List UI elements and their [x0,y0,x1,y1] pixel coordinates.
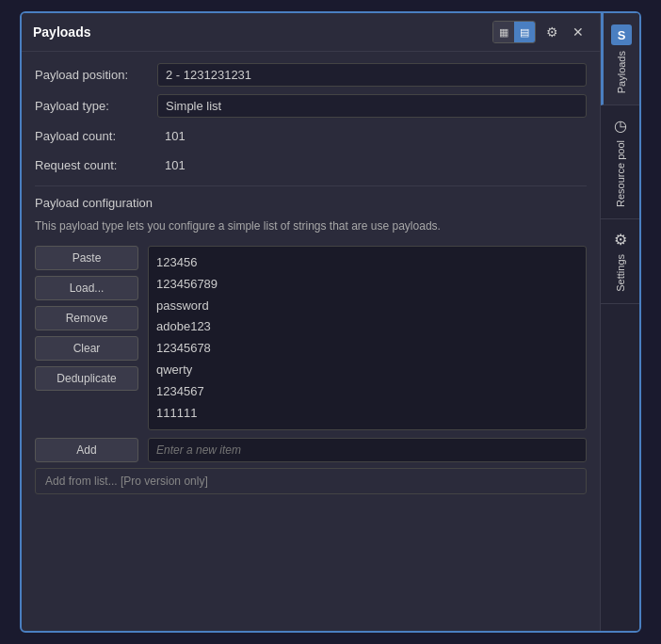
settings-tab-label: Settings [615,254,626,292]
payload-config-area: Paste Load... Remove Clear Deduplicate 1… [35,246,587,430]
type-label: Payload type: [35,99,157,113]
position-value: 2 - 1231231231 [157,63,587,87]
request-label: Request count: [35,158,157,172]
resource-pool-tab-label: Resource pool [615,140,626,207]
count-row: Payload count: 101 [35,125,587,147]
list-view-button[interactable]: ▤ [514,22,535,42]
position-row: Payload position: 2 - 1231231231 [35,63,587,87]
title-bar: Payloads ▦ ▤ ⚙ ✕ [22,13,600,52]
action-buttons: Paste Load... Remove Clear Deduplicate [35,246,138,430]
grid-view-button[interactable]: ▦ [493,22,514,42]
close-icon: ✕ [572,24,584,40]
clear-button[interactable]: Clear [35,336,138,361]
list-item[interactable]: 12345678 [156,338,578,360]
load-button[interactable]: Load... [35,276,138,300]
list-item[interactable]: password [156,296,578,317]
settings-tab-icon: ⚙ [614,231,627,249]
add-row: Add [35,438,587,462]
list-item[interactable]: 111111 [156,403,578,425]
list-item[interactable]: qwerty [156,360,578,381]
type-row: Payload type: Simple list [35,94,587,118]
view-toggle-group: ▦ ▤ [492,21,536,43]
payloads-tab-label: Payloads [616,51,627,93]
config-description: This payload type lets you configure a s… [35,217,587,234]
sidebar-tab-payloads[interactable]: S Payloads [601,13,640,105]
payloads-icon: S [611,24,632,45]
new-item-input[interactable] [148,438,587,462]
title-icons: ▦ ▤ ⚙ ✕ [492,21,588,43]
sidebar-tab-resource-pool[interactable]: ◷ Resource pool [601,105,640,219]
sidebar-tab-settings[interactable]: ⚙ Settings [601,219,640,304]
config-section-title: Payload configuration [35,196,587,210]
position-label: Payload position: [35,68,157,82]
type-value: Simple list [157,94,587,118]
list-item[interactable]: adobe123 [156,316,578,338]
close-button[interactable]: ✕ [568,22,588,42]
list-item[interactable]: 1234567 [156,381,578,403]
add-button[interactable]: Add [35,438,138,462]
settings-icon-button[interactable]: ⚙ [541,22,562,42]
main-content-area: Payloads ▦ ▤ ⚙ ✕ [22,13,600,631]
list-icon: ▤ [520,26,529,39]
request-row: Request count: 101 [35,154,587,176]
count-label: Payload count: [35,129,157,143]
window-title: Payloads [33,24,90,40]
deduplicate-button[interactable]: Deduplicate [35,366,138,391]
count-value: 101 [157,125,193,147]
content-area: Payload position: 2 - 1231231231 Payload… [22,52,600,631]
resource-pool-icon: ◷ [614,117,627,135]
main-window: Payloads ▦ ▤ ⚙ ✕ [20,11,641,633]
request-value: 101 [157,154,193,176]
gear-icon: ⚙ [546,24,558,40]
sidebar: S Payloads ◷ Resource pool ⚙ Settings [600,13,639,631]
list-item[interactable]: 123456 [156,252,578,274]
payload-list[interactable]: 123456123456789passwordadobe12312345678q… [148,246,587,430]
remove-button[interactable]: Remove [35,306,138,330]
list-item[interactable]: 123456789 [156,274,578,296]
add-from-list-button[interactable]: Add from list... [Pro version only] [35,468,587,494]
grid-icon: ▦ [499,26,508,39]
divider-1 [35,185,587,186]
paste-button[interactable]: Paste [35,246,138,270]
